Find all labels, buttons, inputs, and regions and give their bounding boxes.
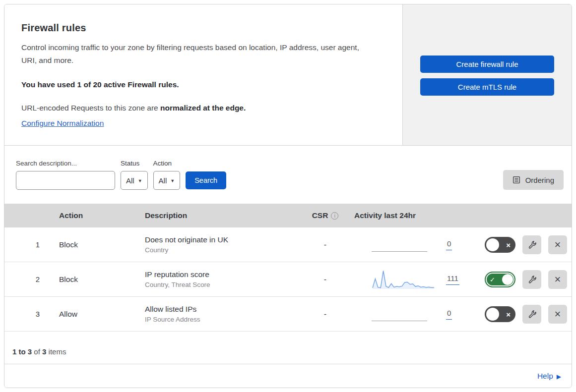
- rule-priority: 1: [4, 240, 59, 249]
- rule-description: Does not originate in UK Country: [145, 235, 304, 254]
- action-dropdown[interactable]: All ▼: [153, 171, 181, 190]
- rule-activity: 0: [347, 304, 471, 325]
- table-body: 1 Block Does not originate in UK Country…: [4, 227, 572, 332]
- activity-sparkline: [372, 304, 435, 325]
- rule-controls: ✓ × ×: [471, 235, 572, 254]
- normalization-bold: normalized at the edge.: [160, 104, 246, 112]
- create-firewall-rule-button[interactable]: Create firewall rule: [420, 56, 554, 73]
- page: Firewall rules Control incoming traffic …: [0, 0, 576, 392]
- edit-rule-button[interactable]: [522, 270, 541, 289]
- action-dropdown-value: All: [159, 176, 167, 185]
- rule-toggle[interactable]: ✓ ×: [485, 237, 515, 253]
- delete-rule-button[interactable]: ×: [548, 305, 567, 324]
- usage-summary: You have used 1 of 20 active Firewall ru…: [21, 80, 383, 89]
- header-text-panel: Firewall rules Control incoming traffic …: [4, 4, 402, 145]
- chevron-down-icon: ▼: [138, 178, 142, 183]
- cross-icon: ×: [506, 240, 511, 249]
- activity-sparkline: [372, 234, 435, 255]
- activity-flatline: [372, 321, 427, 321]
- toggle-knob: [486, 308, 499, 321]
- delete-rule-button[interactable]: ×: [548, 235, 567, 254]
- rule-csr: -: [304, 275, 347, 284]
- delete-rule-button[interactable]: ×: [548, 270, 567, 289]
- header-actions-panel: Create firewall rule Create mTLS rule: [402, 4, 572, 145]
- table-row: 2 Block IP reputation score Country, Thr…: [4, 262, 572, 297]
- search-field[interactable]: [16, 171, 115, 190]
- action-label: Action: [153, 160, 181, 167]
- close-icon: ×: [555, 239, 561, 250]
- wrench-icon: [527, 240, 537, 249]
- rule-activity: 111: [347, 269, 471, 290]
- status-dropdown-value: All: [126, 176, 134, 185]
- rule-toggle[interactable]: ✓ ×: [485, 306, 515, 322]
- create-mtls-rule-button[interactable]: Create mTLS rule: [420, 78, 554, 96]
- col-csr-label: CSR: [312, 211, 328, 220]
- edit-rule-button[interactable]: [522, 235, 541, 254]
- normalization-note: URL-encoded Requests to this zone are no…: [21, 104, 383, 112]
- filter-bar: Search description... Status All ▼ Actio…: [4, 146, 572, 204]
- table-row: 1 Block Does not originate in UK Country…: [4, 227, 572, 262]
- help-bar: Help ▶: [4, 364, 572, 388]
- items-of: of: [32, 347, 42, 356]
- col-action: Action: [59, 211, 145, 220]
- activity-sparkline: [372, 269, 435, 290]
- page-title: Firewall rules: [21, 22, 383, 34]
- rule-action: Allow: [59, 310, 145, 319]
- help-label: Help: [537, 372, 553, 381]
- activity-flatline: [372, 251, 427, 252]
- search-button[interactable]: Search: [186, 171, 226, 189]
- filter-controls: Search description... Status All ▼ Actio…: [16, 160, 226, 190]
- rule-fields: Country, Threat Score: [145, 281, 304, 288]
- col-csr: CSR i: [304, 211, 347, 220]
- rule-priority: 2: [4, 275, 59, 283]
- toggle-knob: [502, 274, 513, 285]
- rule-title: Does not originate in UK: [145, 235, 304, 244]
- close-icon: ×: [555, 274, 561, 285]
- rule-action: Block: [59, 275, 145, 284]
- rule-title: IP reputation score: [145, 270, 304, 279]
- search-group: Search description...: [16, 160, 115, 190]
- rule-title: Allow listed IPs: [145, 305, 304, 314]
- configure-normalization-link[interactable]: Configure Normalization: [21, 119, 104, 128]
- activity-count-link[interactable]: 111: [446, 274, 459, 285]
- rule-fields: Country: [145, 246, 304, 254]
- status-group: Status All ▼: [121, 160, 148, 190]
- chevron-down-icon: ▼: [170, 178, 175, 183]
- check-icon: ✓: [490, 276, 495, 283]
- cross-icon: ×: [506, 310, 511, 318]
- rule-csr: -: [304, 310, 347, 319]
- rule-activity: 0: [347, 234, 471, 255]
- action-group: Action All ▼: [153, 160, 181, 190]
- rule-priority: 3: [4, 310, 59, 318]
- status-dropdown[interactable]: All ▼: [121, 171, 148, 190]
- ordering-button[interactable]: Ordering: [503, 170, 564, 190]
- col-description: Description: [145, 211, 304, 220]
- col-activity: Activity last 24hr: [347, 211, 471, 220]
- sparkline-chart: [372, 269, 435, 290]
- normalization-prefix: URL-encoded Requests to this zone are: [21, 104, 160, 112]
- search-label: Search description...: [16, 160, 115, 167]
- arrow-right-icon: ▶: [557, 373, 561, 380]
- rule-controls: ✓ × ×: [471, 270, 572, 289]
- help-link[interactable]: Help ▶: [537, 372, 561, 381]
- edit-rule-button[interactable]: [522, 305, 541, 324]
- ordering-list-icon: [512, 176, 520, 184]
- rule-csr: -: [304, 240, 347, 249]
- activity-count-link[interactable]: 0: [446, 309, 452, 320]
- wrench-icon: [527, 275, 537, 284]
- rule-toggle[interactable]: ✓ ×: [485, 272, 515, 287]
- rule-description: Allow listed IPs IP Source Address: [145, 305, 304, 323]
- items-label: items: [46, 347, 66, 356]
- items-range: 1 to 3: [12, 347, 32, 356]
- rule-description: IP reputation score Country, Threat Scor…: [145, 270, 304, 288]
- rule-fields: IP Source Address: [145, 316, 304, 323]
- table-header: Action Description CSR i Activity last 2…: [4, 204, 572, 227]
- table-footer: 1 to 3 of 3 items: [4, 332, 572, 364]
- info-icon[interactable]: i: [331, 212, 338, 220]
- page-description: Control incoming traffic to your zone by…: [21, 41, 374, 67]
- search-input[interactable]: [25, 176, 115, 184]
- firewall-rules-card: Firewall rules Control incoming traffic …: [4, 4, 572, 388]
- wrench-icon: [527, 309, 537, 319]
- activity-count-link[interactable]: 0: [446, 239, 452, 250]
- header-section: Firewall rules Control incoming traffic …: [4, 4, 572, 146]
